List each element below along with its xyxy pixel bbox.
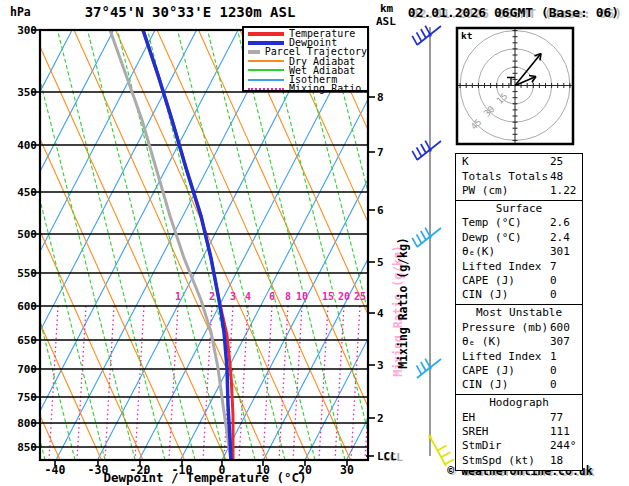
mixing-ratio-label: 25 — [350, 291, 370, 302]
mixing-ratio-label: 1 — [168, 291, 188, 302]
table-cell-value: 1.22 — [550, 184, 577, 198]
legend-line-swatch — [248, 32, 284, 36]
table-section: SurfaceTemp (°C)2.6.Dewp (°C)2.4.θₑ(K)30… — [455, 200, 583, 306]
temp-tick-label: 0 — [202, 463, 242, 477]
table-section: Most UnstablePressure (mb)600.θₑ (K)307.… — [455, 304, 583, 395]
sounding-indices-table: K25.Totals Totals48.PW (cm)1.22.SurfaceT… — [455, 155, 583, 471]
temp-tick-label: -40 — [35, 463, 75, 477]
temp-tick-label: 20 — [285, 463, 325, 477]
mixing-ratio-label: 4 — [238, 291, 258, 302]
table-cell-key: CIN (J) — [462, 378, 508, 392]
table-cell-value: 600 — [550, 321, 570, 335]
table-cell-value: 2.4 — [550, 231, 570, 245]
table-row: Lifted Index7. — [456, 260, 582, 274]
table-row: θₑ(K)301. — [456, 245, 582, 259]
table-cell-key: CAPE (J) — [462, 274, 515, 288]
km-tick-label: 3 — [377, 360, 384, 371]
table-row: CAPE (J)0. — [456, 364, 582, 378]
km-tick-label: 8 — [377, 92, 384, 103]
pressure-tick-label: 500 — [1, 229, 37, 240]
station-title: 37°45'N 30°33'E 1230m ASL — [45, 4, 335, 20]
table-cell-value: 2.6 — [550, 216, 570, 230]
table-cell-value: 0 — [550, 378, 557, 392]
wind-barb — [412, 228, 441, 247]
table-cell-key: Temp (°C) — [462, 216, 522, 230]
table-cell-key: Lifted Index — [462, 350, 541, 364]
pressure-tick-label: 350 — [1, 87, 37, 98]
temp-tick-label: -10 — [162, 463, 202, 477]
table-cell-key: Lifted Index — [462, 260, 541, 274]
table-row: CIN (J)0. — [456, 378, 582, 392]
table-cell-key: EH — [462, 411, 475, 425]
table-cell-key: CIN (J) — [462, 288, 508, 302]
table-row: EH77. — [456, 411, 582, 425]
legend-line-swatch — [248, 88, 284, 90]
pressure-tick-label: 850 — [1, 442, 37, 453]
km-tick-label: 7 — [377, 147, 384, 158]
lcl-label: LCL — [377, 450, 397, 463]
table-section-title: Hodograph — [456, 396, 582, 410]
table-row: SREH111. — [456, 425, 582, 439]
table-row: Dewp (°C)2.4. — [456, 231, 582, 245]
table-cell-key: StmSpd (kt) — [462, 454, 535, 468]
skewt-sounding-page: 153045 hPa 37°45'N 30°33'E 1230m ASL km … — [0, 0, 629, 486]
table-row: θₑ (K)307. — [456, 335, 582, 349]
table-row: PW (cm)1.22. — [456, 184, 582, 198]
legend-item: Mixing Ratio — [248, 84, 367, 93]
table-row: CIN (J)0. — [456, 288, 582, 302]
table-row: Lifted Index1. — [456, 350, 582, 364]
table-row: StmDir244°. — [456, 439, 582, 453]
km-tick-label: 4 — [377, 308, 384, 319]
table-cell-key: CAPE (J) — [462, 364, 515, 378]
pressure-unit-label: hPa — [10, 5, 31, 19]
pressure-tick-label: 700 — [1, 364, 37, 375]
pressure-tick-label: 600 — [1, 301, 37, 312]
table-cell-value: 0 — [550, 288, 557, 302]
table-section-title: Surface — [456, 202, 582, 216]
pressure-tick-label: 800 — [1, 418, 37, 429]
legend-line-swatch — [248, 69, 284, 71]
wind-barb — [417, 359, 441, 378]
hodograph-ring-label: 15 — [495, 91, 510, 106]
table-cell-value: 301 — [550, 245, 570, 259]
hodograph-ring-label: 30 — [482, 104, 497, 119]
table-cell-key: Pressure (mb) — [462, 321, 548, 335]
table-cell-value: 7 — [550, 260, 557, 274]
wind-barb — [429, 435, 454, 466]
table-row: CAPE (J)0. — [456, 274, 582, 288]
legend-line-swatch — [248, 41, 284, 45]
table-row: Totals Totals48. — [456, 170, 582, 184]
table-row: StmSpd (kt)18. — [456, 454, 582, 468]
km-tick-label: 6 — [377, 205, 384, 216]
table-cell-value: 77 — [550, 411, 563, 425]
table-cell-key: StmDir — [462, 439, 502, 453]
table-cell-key: PW (cm) — [462, 184, 508, 198]
legend-line-swatch — [248, 60, 284, 62]
temp-tick-label: 30 — [327, 463, 367, 477]
table-cell-key: K — [462, 155, 469, 169]
km-tick-label: 5 — [377, 257, 384, 268]
table-cell-value: 307 — [550, 335, 570, 349]
table-cell-key: Totals Totals — [462, 170, 548, 184]
pressure-tick-label: 450 — [1, 187, 37, 198]
pressure-tick-label: 400 — [1, 140, 37, 151]
pressure-tick-label: 300 — [1, 25, 37, 36]
mixing-ratio-label: 10 — [292, 291, 312, 302]
table-row: Pressure (mb)600. — [456, 321, 582, 335]
valid-datetime: 02.01.2026 06GMT (Base: 06) — [398, 5, 629, 20]
table-cell-value: 1 — [550, 350, 557, 364]
altitude-unit-asl: ASL — [376, 15, 396, 28]
table-cell-key: SREH — [462, 425, 489, 439]
hodograph-unit-label: kt — [461, 30, 472, 41]
mixing-ratio-label: 2 — [202, 291, 222, 302]
temp-tick-label: 10 — [243, 463, 283, 477]
table-section-title: Most Unstable — [456, 306, 582, 320]
legend-item-label: Mixing Ratio — [289, 84, 361, 93]
table-cell-key: θₑ (K) — [462, 335, 502, 349]
wind-barb — [412, 26, 441, 45]
wind-barb — [412, 141, 441, 160]
table-cell-value: 244° — [550, 439, 577, 453]
mixing-ratio-axis-label: Mixing Ratio (g/kg) — [396, 223, 410, 383]
pressure-tick-label: 550 — [1, 268, 37, 279]
pressure-tick-label: 650 — [1, 335, 37, 346]
